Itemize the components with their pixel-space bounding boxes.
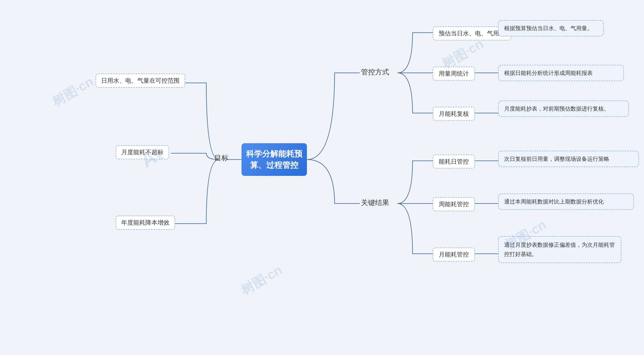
right-detail-r5: 通过本周能耗数据对比上期数据分析优化	[498, 193, 634, 210]
right-detail-r3: 月度能耗抄表，对前期预估数据进行复核。	[498, 100, 629, 117]
left-node-2: 月度能耗不超标	[116, 145, 169, 159]
right-group-label-2: 关键结果	[361, 198, 389, 208]
right-group-label-1: 管控方式	[361, 67, 389, 77]
right-node-r2: 用量周统计	[433, 67, 475, 81]
right-detail-r4: 次日复核前日用量，调整现场设备运行策略	[498, 151, 639, 167]
right-node-r4: 能耗日管控	[433, 155, 475, 169]
right-node-r5: 周能耗管控	[433, 197, 475, 211]
watermark-3: 树图·cn	[238, 261, 286, 299]
right-node-r6: 月能耗管控	[433, 247, 475, 262]
right-detail-r2: 根据日能耗分析统计形成周能耗报表	[498, 65, 624, 81]
left-node-3: 年度能耗降本增效	[116, 216, 175, 230]
mind-map-canvas: 科学分解能耗预算、过程管控 目标 日用水、电、气量在可控范围 月度能耗不超标 年…	[0, 0, 644, 355]
left-node-1: 日用水、电、气量在可控范围	[96, 74, 185, 88]
right-detail-r1: 根据预算预估当日水、电、气用量。	[498, 20, 604, 36]
connector-lines	[0, 0, 644, 355]
right-node-r3: 月能耗复核	[433, 107, 475, 121]
left-group-label: 目标	[214, 153, 228, 163]
watermark-1: 树图·cn	[49, 73, 97, 111]
center-node: 科学分解能耗预算、过程管控	[242, 143, 307, 176]
right-detail-r6: 通过月度抄表数据修正偏差值，为次月能耗管控打好基础。	[498, 236, 621, 263]
